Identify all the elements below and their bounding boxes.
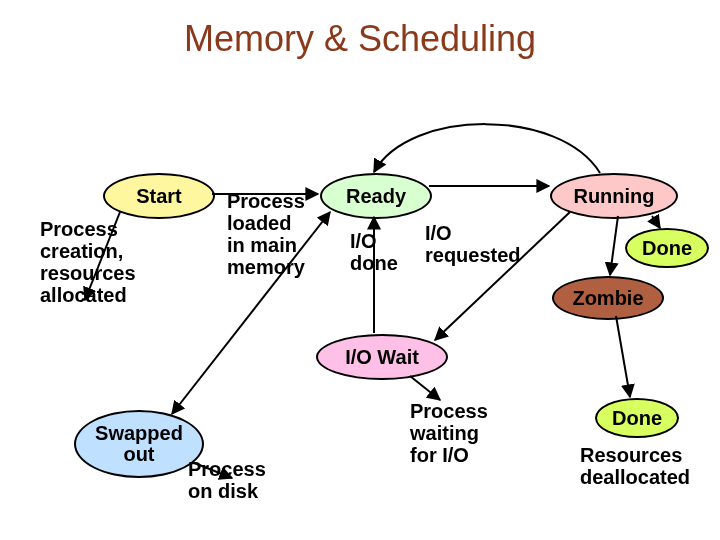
state-swapped: Swapped out xyxy=(74,410,204,478)
state-iowait: I/O Wait xyxy=(316,334,448,380)
state-zombie: Zombie xyxy=(552,276,664,320)
state-running: Running xyxy=(550,173,678,219)
svg-line-5 xyxy=(410,376,440,400)
state-done-lower: Done xyxy=(595,398,679,438)
state-done-upper-label: Done xyxy=(642,237,692,260)
state-ready: Ready xyxy=(320,173,432,219)
page-title: Memory & Scheduling xyxy=(0,18,720,60)
svg-line-10 xyxy=(616,316,630,397)
state-iowait-label: I/O Wait xyxy=(345,346,419,369)
state-start-label: Start xyxy=(136,185,182,208)
state-ready-label: Ready xyxy=(346,185,406,208)
state-start: Start xyxy=(103,173,215,219)
state-done-lower-label: Done xyxy=(612,407,662,430)
state-zombie-label: Zombie xyxy=(572,287,643,310)
state-running-label: Running xyxy=(573,185,654,208)
state-swapped-label: Swapped out xyxy=(95,423,183,465)
label-process-waiting: Process waiting for I/O xyxy=(410,400,488,466)
svg-line-9 xyxy=(610,216,618,275)
label-process-loaded: Process loaded in main memory xyxy=(227,190,305,278)
label-process-on-disk: Process on disk xyxy=(188,458,266,502)
label-io-requested: I/O requested xyxy=(425,222,521,266)
label-resources-deallocated: Resources deallocated xyxy=(580,444,690,488)
label-process-creation: Process creation, resources allocated xyxy=(40,218,136,306)
svg-line-8 xyxy=(652,216,660,228)
label-io-done: I/O done xyxy=(350,230,398,274)
state-done-upper: Done xyxy=(625,228,709,268)
